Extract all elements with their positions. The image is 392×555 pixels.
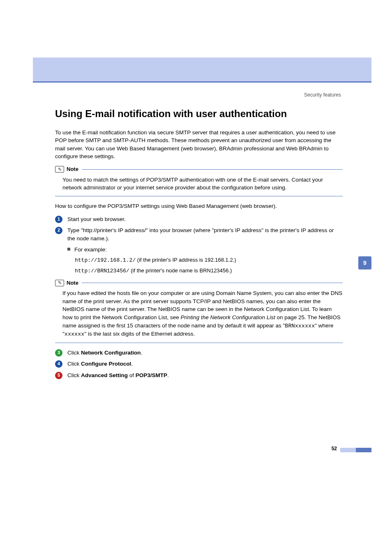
step-text: Click Configure Protocol. (67, 360, 343, 368)
page-title: Using E-mail notification with user auth… (55, 107, 343, 121)
step-2-sub: For example: (67, 246, 343, 254)
example-line-1: http://192.168.1.2/ (if the printer's IP… (75, 256, 343, 265)
t-bold: Advanced Setting (81, 372, 128, 378)
t-bold: Network Configuration (81, 350, 141, 356)
header-label: Security features (304, 92, 341, 99)
t-bold: POP3/SMTP (136, 372, 167, 378)
note-rule-bottom (55, 196, 343, 196)
intro-paragraph: To use the E-mail notification function … (55, 129, 343, 161)
step-number-badge: 5 (55, 372, 62, 379)
note-rule (82, 283, 343, 283)
note-block-1: Note You need to match the settings of P… (55, 166, 343, 196)
t-bold: Configure Protocol (81, 361, 131, 367)
step-number-badge: 1 (55, 216, 62, 223)
step-3: 3 Click Network Configuration. (55, 349, 343, 357)
t: of (128, 372, 136, 378)
step-text: Start your web browser. (67, 215, 343, 223)
note2-post: " is the last six digits of the Ethernet… (84, 331, 195, 337)
step-1: 1 Start your web browser. (55, 215, 343, 223)
page-content: Using E-mail notification with user auth… (55, 107, 343, 382)
square-bullet-icon (67, 248, 70, 251)
note-icon (55, 166, 64, 173)
note2-code1: BRNxxxxxx (285, 323, 315, 329)
step-text: Type "http://printer's IP address/" into… (67, 226, 343, 242)
note-label: Note (67, 279, 78, 287)
header-rule (33, 81, 371, 83)
page-number: 52 (332, 445, 337, 452)
t: Click (67, 361, 81, 367)
footer-decoration (340, 448, 371, 452)
t: . (141, 350, 143, 356)
howto-line: How to configure the POP3/SMTP settings … (55, 202, 343, 210)
t: Click (67, 372, 81, 378)
t: . (131, 361, 133, 367)
step-5: 5 Click Advanced Setting of POP3/SMTP. (55, 371, 343, 380)
note-block-2: Note If you have edited the hosts file o… (55, 279, 343, 343)
step-4: 4 Click Configure Protocol. (55, 360, 343, 368)
step-number-badge: 4 (55, 360, 62, 368)
example-line-2: http://BRN123456/ (if the printer's node… (75, 267, 343, 275)
step-number-badge: 3 (55, 349, 62, 357)
step-number-badge: 2 (55, 227, 62, 234)
step-text: Click Network Configuration. (67, 349, 343, 357)
note-rule (82, 169, 343, 170)
step-2: 2 Type "http://printer's IP address/" in… (55, 226, 343, 242)
note-icon (55, 280, 64, 286)
note-body: If you have edited the hosts file on you… (55, 288, 343, 341)
header-band (33, 58, 371, 81)
note-label: Note (67, 166, 78, 173)
code-tail: (if the printer's IP address is 192.168.… (136, 257, 236, 263)
example-label: For example: (74, 246, 107, 254)
note2-link[interactable]: Printing the Network Configuration List (180, 314, 275, 320)
t: . (167, 372, 169, 378)
section-tab: 9 (358, 256, 371, 269)
code-tail: (if the printer's node name is BRN123456… (129, 267, 232, 274)
code-text: http://BRN123456/ (75, 268, 129, 274)
note-rule-bottom (55, 343, 343, 343)
code-text: http://192.168.1.2/ (75, 257, 136, 263)
t: Click (67, 350, 81, 356)
note2-code2: xxxxxx (65, 331, 85, 337)
note-body: You need to match the settings of POP3/S… (55, 175, 343, 194)
step-text: Click Advanced Setting of POP3/SMTP. (67, 371, 343, 380)
